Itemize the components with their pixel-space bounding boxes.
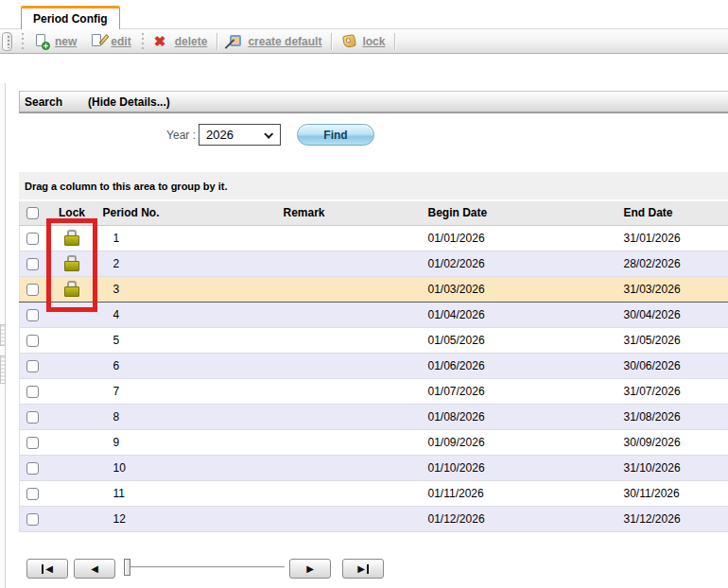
remark-cell: [273, 480, 417, 506]
row-checkbox[interactable]: [26, 258, 39, 270]
find-button[interactable]: Find: [297, 124, 374, 146]
delete-button[interactable]: delete: [147, 34, 215, 49]
row-checkbox[interactable]: [26, 386, 39, 398]
first-page-button[interactable]: ◀: [26, 559, 68, 579]
period-cell: 5: [98, 327, 273, 353]
year-select[interactable]: 2026: [199, 124, 281, 146]
begin-date-cell: 01/01/2026: [417, 225, 615, 251]
splitter-grip[interactable]: [0, 324, 6, 346]
table-row[interactable]: 6 01/06/2026 30/06/2026: [20, 353, 728, 378]
column-header-lock[interactable]: Lock: [46, 201, 98, 225]
table-row-selected[interactable]: 3 01/03/2026 31/03/2026: [20, 276, 728, 302]
pager-slider-track[interactable]: [124, 566, 285, 569]
table-row[interactable]: 10 01/10/2026 31/10/2026: [20, 455, 728, 480]
toolbar-separator: [217, 33, 217, 50]
year-label: Year :: [142, 129, 196, 142]
previous-page-button[interactable]: ◀: [74, 559, 115, 579]
end-date-cell: 31/01/2026: [615, 225, 728, 251]
year-selected-value: 2026: [206, 128, 234, 142]
begin-date-cell: 01/08/2026: [417, 404, 615, 429]
end-date-cell: 31/12/2026: [615, 506, 728, 531]
row-checkbox[interactable]: [26, 233, 39, 245]
end-date-cell: 28/02/2026: [615, 251, 728, 276]
period-cell: 11: [98, 480, 273, 506]
table-row[interactable]: 4 01/04/2026 30/04/2026: [20, 302, 728, 327]
delete-button-label: delete: [175, 35, 208, 48]
new-document-icon: [34, 34, 50, 49]
edit-button-label: edit: [111, 35, 130, 48]
toolbar: new edit delete create default lock: [0, 28, 728, 54]
last-page-button[interactable]: ▶: [342, 559, 384, 579]
edit-button[interactable]: edit: [83, 34, 137, 49]
remark-cell: [273, 455, 417, 480]
toolbar-separator: [331, 33, 332, 50]
row-checkbox[interactable]: [26, 462, 39, 475]
create-default-icon: [227, 34, 243, 49]
create-default-button-label: create default: [248, 35, 321, 48]
lock-button-label: lock: [362, 35, 385, 48]
period-cell: 12: [98, 506, 273, 531]
lock-button[interactable]: lock: [335, 34, 391, 49]
lock-icon: [63, 255, 80, 271]
splitter-grip[interactable]: [0, 355, 6, 384]
hide-details-toggle[interactable]: (Hide Details...): [88, 95, 170, 109]
period-cell: 4: [98, 302, 273, 327]
end-date-cell: 30/06/2026: [615, 353, 728, 378]
end-date-cell: 31/10/2026: [615, 455, 728, 480]
delete-x-icon: [154, 34, 170, 49]
toolbar-drag-handle[interactable]: [2, 32, 12, 51]
column-header-remark[interactable]: Remark: [273, 201, 417, 225]
table-row[interactable]: 11 01/11/2026 30/11/2026: [20, 480, 728, 506]
row-checkbox[interactable]: [26, 335, 39, 347]
create-default-button[interactable]: create default: [220, 34, 328, 49]
period-cell: 8: [98, 404, 273, 429]
table-row[interactable]: 2 01/02/2026 28/02/2026: [20, 251, 728, 276]
end-date-cell: 31/05/2026: [615, 327, 728, 353]
next-page-button[interactable]: ▶: [289, 559, 331, 579]
row-checkbox[interactable]: [26, 411, 39, 424]
row-checkbox[interactable]: [26, 309, 39, 321]
remark-cell: [273, 225, 417, 251]
next-icon: ▶: [306, 563, 314, 574]
column-header-end[interactable]: End Date: [615, 201, 728, 225]
table-row[interactable]: 1 01/01/2026 31/01/2026: [20, 225, 728, 251]
left-splitter[interactable]: [0, 83, 6, 588]
remark-cell: [273, 378, 417, 404]
toolbar-separator: [142, 33, 144, 49]
group-by-area[interactable]: Drag a column to this area to group by i…: [19, 172, 728, 199]
toolbar-separator: [22, 33, 24, 49]
tab-period-config[interactable]: Period Config: [21, 6, 120, 29]
pager-slider-thumb[interactable]: [124, 559, 130, 576]
table-row[interactable]: 9 01/09/2026 30/09/2026: [20, 429, 728, 455]
search-header: Search (Hide Details...): [19, 91, 728, 113]
remark-cell: [273, 404, 417, 429]
skip-to-first-icon: [42, 564, 43, 574]
table-row[interactable]: 12 01/12/2026 31/12/2026: [20, 506, 728, 531]
new-button[interactable]: new: [27, 34, 83, 49]
column-header-period[interactable]: Period No.: [98, 201, 273, 225]
end-date-cell: 31/07/2026: [615, 378, 728, 404]
row-checkbox[interactable]: [26, 513, 39, 526]
table-row[interactable]: 8 01/08/2026 31/08/2026: [20, 404, 728, 429]
remark-cell: [273, 506, 417, 531]
select-all-checkbox[interactable]: [26, 207, 39, 219]
header-row: Lock Period No. Remark Begin Date End Da…: [20, 201, 728, 225]
end-date-cell: 31/08/2026: [615, 404, 728, 429]
row-checkbox[interactable]: [26, 488, 39, 500]
row-checkbox[interactable]: [26, 437, 39, 449]
row-checkbox[interactable]: [26, 284, 39, 296]
period-cell: 7: [98, 378, 273, 404]
remark-cell: [273, 276, 417, 302]
period-cell: 10: [98, 455, 273, 480]
begin-date-cell: 01/07/2026: [417, 378, 615, 404]
remark-cell: [273, 327, 417, 353]
tab-bar: Period Config: [0, 0, 728, 29]
column-header-begin[interactable]: Begin Date: [417, 201, 615, 225]
row-checkbox[interactable]: [26, 360, 39, 372]
table-row[interactable]: 5 01/05/2026 31/05/2026: [20, 327, 728, 353]
table-row[interactable]: 7 01/07/2026 31/07/2026: [20, 378, 728, 404]
tab-label: Period Config: [33, 12, 108, 26]
remark-cell: [273, 251, 417, 276]
period-cell: 6: [98, 353, 273, 378]
end-date-cell: 30/04/2026: [615, 302, 728, 327]
